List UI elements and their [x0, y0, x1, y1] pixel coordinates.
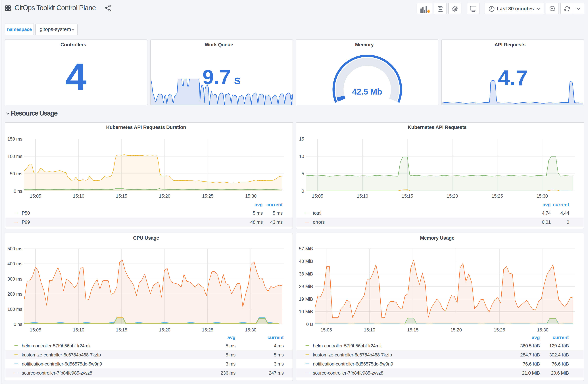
svg-text:0 ns: 0 ns	[14, 189, 22, 194]
svg-text:5: 5	[302, 171, 304, 176]
svg-text:15:15: 15:15	[407, 327, 419, 332]
svg-text:15:05: 15:05	[312, 193, 323, 198]
svg-text:15:10: 15:10	[364, 327, 375, 332]
svg-text:15:25: 15:25	[202, 327, 213, 332]
svg-text:15:20: 15:20	[159, 193, 170, 198]
svg-text:15:30: 15:30	[537, 193, 548, 198]
svg-text:10: 10	[299, 154, 304, 159]
svg-text:15:10: 15:10	[73, 193, 84, 198]
svg-text:15:20: 15:20	[159, 327, 170, 332]
svg-text:15:05: 15:05	[30, 327, 41, 332]
svg-text:15:05: 15:05	[321, 327, 332, 332]
svg-text:15:30: 15:30	[245, 193, 257, 198]
svg-text:15:15: 15:15	[402, 193, 413, 198]
svg-text:300 ms: 300 ms	[7, 277, 22, 281]
svg-text:15:20: 15:20	[447, 193, 458, 198]
svg-text:15:25: 15:25	[202, 193, 213, 198]
svg-text:100 ms: 100 ms	[7, 307, 22, 312]
svg-text:19 MiB: 19 MiB	[299, 297, 313, 301]
svg-text:15:25: 15:25	[494, 327, 505, 332]
svg-text:15:25: 15:25	[492, 193, 503, 198]
svg-text:50 ms: 50 ms	[10, 171, 22, 176]
svg-text:15:30: 15:30	[537, 327, 548, 332]
svg-text:0: 0	[302, 189, 304, 194]
svg-text:15:10: 15:10	[73, 327, 84, 332]
svg-text:15:15: 15:15	[116, 327, 127, 332]
svg-text:500 ms: 500 ms	[7, 246, 22, 251]
svg-text:15:05: 15:05	[30, 193, 41, 198]
svg-text:48 MiB: 48 MiB	[299, 259, 313, 264]
svg-text:15:15: 15:15	[116, 193, 127, 198]
svg-text:29 MiB: 29 MiB	[299, 284, 313, 289]
svg-text:15: 15	[299, 136, 304, 141]
svg-text:57 MiB: 57 MiB	[299, 246, 313, 251]
svg-text:0 ns: 0 ns	[14, 322, 22, 327]
svg-text:10 MiB: 10 MiB	[299, 309, 313, 314]
svg-text:38 MiB: 38 MiB	[299, 271, 313, 277]
svg-text:0 B: 0 B	[306, 322, 313, 327]
svg-text:15:10: 15:10	[357, 193, 368, 198]
svg-text:15:20: 15:20	[450, 327, 462, 332]
svg-text:400 ms: 400 ms	[7, 261, 22, 266]
svg-text:200 ms: 200 ms	[7, 291, 22, 297]
svg-text:100 ms: 100 ms	[7, 154, 22, 159]
svg-text:15:30: 15:30	[245, 327, 256, 332]
svg-text:150 ms: 150 ms	[7, 136, 22, 141]
